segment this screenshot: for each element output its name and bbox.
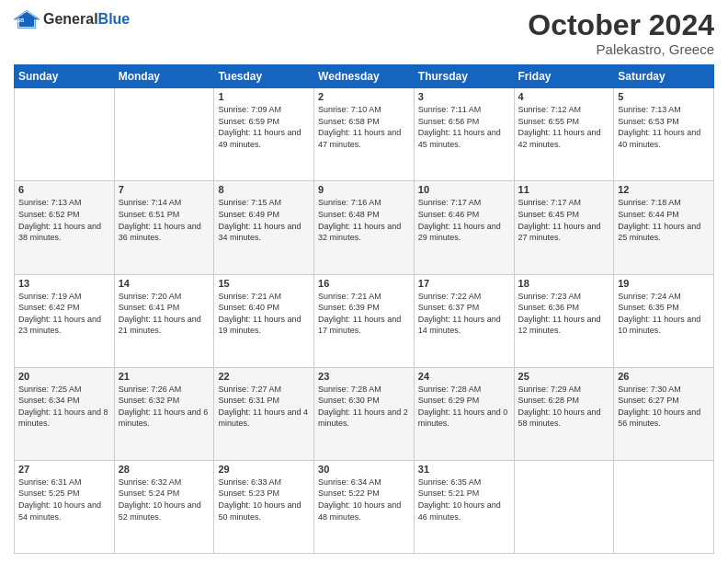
day-content: Sunrise: 7:16 AM Sunset: 6:48 PM Dayligh…: [318, 197, 410, 243]
calendar-cell: 19Sunrise: 7:24 AM Sunset: 6:35 PM Dayli…: [614, 274, 714, 367]
day-number: 30: [318, 464, 410, 475]
day-number: 15: [218, 278, 310, 289]
calendar-cell: [614, 460, 714, 553]
day-number: 23: [318, 371, 410, 382]
day-number: 22: [218, 371, 310, 382]
calendar-cell: 26Sunrise: 7:30 AM Sunset: 6:27 PM Dayli…: [614, 367, 714, 460]
day-content: Sunrise: 7:15 AM Sunset: 6:49 PM Dayligh…: [218, 197, 310, 243]
day-number: 16: [318, 278, 410, 289]
day-number: 31: [418, 464, 510, 475]
calendar-cell: 14Sunrise: 7:20 AM Sunset: 6:41 PM Dayli…: [114, 274, 214, 367]
day-number: 1: [218, 91, 310, 102]
day-number: 9: [318, 184, 410, 195]
month-title: October 2024: [528, 9, 714, 41]
day-content: Sunrise: 7:24 AM Sunset: 6:35 PM Dayligh…: [618, 291, 710, 337]
day-content: Sunrise: 7:20 AM Sunset: 6:41 PM Dayligh…: [119, 291, 210, 337]
day-content: Sunrise: 7:14 AM Sunset: 6:51 PM Dayligh…: [119, 197, 210, 243]
day-content: Sunrise: 6:31 AM Sunset: 5:25 PM Dayligh…: [18, 477, 110, 523]
day-content: Sunrise: 7:28 AM Sunset: 6:29 PM Dayligh…: [418, 384, 510, 430]
logo-text: GeneralBlue: [43, 11, 130, 28]
day-content: Sunrise: 7:21 AM Sunset: 6:39 PM Dayligh…: [318, 291, 410, 337]
calendar-cell: 9Sunrise: 7:16 AM Sunset: 6:48 PM Daylig…: [314, 181, 415, 274]
svg-text:GB: GB: [17, 17, 24, 23]
day-number: 27: [18, 464, 110, 475]
calendar-cell: 23Sunrise: 7:28 AM Sunset: 6:30 PM Dayli…: [314, 367, 415, 460]
logo-general: General: [43, 11, 98, 27]
day-number: 28: [119, 464, 210, 475]
day-number: 14: [119, 278, 210, 289]
day-content: Sunrise: 7:17 AM Sunset: 6:46 PM Dayligh…: [418, 197, 510, 243]
col-thursday: Thursday: [414, 65, 514, 88]
header-row: Sunday Monday Tuesday Wednesday Thursday…: [15, 65, 714, 88]
day-number: 6: [18, 184, 110, 195]
calendar-cell: [514, 460, 614, 553]
calendar-cell: 24Sunrise: 7:28 AM Sunset: 6:29 PM Dayli…: [414, 367, 514, 460]
day-number: 7: [119, 184, 210, 195]
day-number: 2: [318, 91, 410, 102]
day-content: Sunrise: 7:30 AM Sunset: 6:27 PM Dayligh…: [618, 384, 710, 430]
day-number: 5: [618, 91, 710, 102]
calendar-cell: 5Sunrise: 7:13 AM Sunset: 6:53 PM Daylig…: [614, 88, 714, 181]
day-content: Sunrise: 7:11 AM Sunset: 6:56 PM Dayligh…: [418, 104, 510, 150]
day-content: Sunrise: 7:18 AM Sunset: 6:44 PM Dayligh…: [618, 197, 710, 243]
calendar-cell: 4Sunrise: 7:12 AM Sunset: 6:55 PM Daylig…: [514, 88, 614, 181]
calendar-cell: 12Sunrise: 7:18 AM Sunset: 6:44 PM Dayli…: [614, 181, 714, 274]
col-sunday: Sunday: [15, 65, 115, 88]
calendar-cell: 8Sunrise: 7:15 AM Sunset: 6:49 PM Daylig…: [214, 181, 314, 274]
logo-icon: GB: [14, 9, 40, 29]
logo-blue: Blue: [98, 11, 131, 27]
calendar-cell: 11Sunrise: 7:17 AM Sunset: 6:45 PM Dayli…: [514, 181, 614, 274]
day-content: Sunrise: 7:21 AM Sunset: 6:40 PM Dayligh…: [218, 291, 310, 337]
day-number: 11: [518, 184, 610, 195]
day-content: Sunrise: 6:34 AM Sunset: 5:22 PM Dayligh…: [318, 477, 410, 523]
calendar-cell: 1Sunrise: 7:09 AM Sunset: 6:59 PM Daylig…: [214, 88, 314, 181]
day-number: 8: [218, 184, 310, 195]
calendar-cell: 15Sunrise: 7:21 AM Sunset: 6:40 PM Dayli…: [214, 274, 314, 367]
day-number: 26: [618, 371, 710, 382]
calendar-cell: 13Sunrise: 7:19 AM Sunset: 6:42 PM Dayli…: [15, 274, 115, 367]
day-content: Sunrise: 7:13 AM Sunset: 6:52 PM Dayligh…: [18, 197, 110, 243]
day-content: Sunrise: 7:27 AM Sunset: 6:31 PM Dayligh…: [218, 384, 310, 430]
day-number: 12: [618, 184, 710, 195]
calendar-cell: 21Sunrise: 7:26 AM Sunset: 6:32 PM Dayli…: [114, 367, 214, 460]
col-saturday: Saturday: [614, 65, 714, 88]
day-number: 18: [518, 278, 610, 289]
calendar-cell: 2Sunrise: 7:10 AM Sunset: 6:58 PM Daylig…: [314, 88, 415, 181]
day-number: 4: [518, 91, 610, 102]
calendar-header: Sunday Monday Tuesday Wednesday Thursday…: [15, 65, 714, 88]
calendar-cell: 29Sunrise: 6:33 AM Sunset: 5:23 PM Dayli…: [214, 460, 314, 553]
week-row-0: 1Sunrise: 7:09 AM Sunset: 6:59 PM Daylig…: [15, 88, 714, 181]
title-block: October 2024 Palekastro, Greece: [528, 9, 714, 57]
col-wednesday: Wednesday: [314, 65, 415, 88]
calendar-cell: 30Sunrise: 6:34 AM Sunset: 5:22 PM Dayli…: [314, 460, 415, 553]
calendar-cell: 28Sunrise: 6:32 AM Sunset: 5:24 PM Dayli…: [114, 460, 214, 553]
page: GB GeneralBlue October 2024 Palekastro, …: [0, 0, 728, 563]
calendar-cell: 20Sunrise: 7:25 AM Sunset: 6:34 PM Dayli…: [15, 367, 115, 460]
day-content: Sunrise: 7:29 AM Sunset: 6:28 PM Dayligh…: [518, 384, 610, 430]
week-row-2: 13Sunrise: 7:19 AM Sunset: 6:42 PM Dayli…: [15, 274, 714, 367]
week-row-4: 27Sunrise: 6:31 AM Sunset: 5:25 PM Dayli…: [15, 460, 714, 553]
day-content: Sunrise: 7:25 AM Sunset: 6:34 PM Dayligh…: [18, 384, 110, 430]
calendar-cell: 10Sunrise: 7:17 AM Sunset: 6:46 PM Dayli…: [414, 181, 514, 274]
day-content: Sunrise: 6:35 AM Sunset: 5:21 PM Dayligh…: [418, 477, 510, 523]
day-content: Sunrise: 7:22 AM Sunset: 6:37 PM Dayligh…: [418, 291, 510, 337]
col-monday: Monday: [114, 65, 214, 88]
day-number: 29: [218, 464, 310, 475]
logo: GB GeneralBlue: [14, 9, 130, 29]
calendar-cell: 22Sunrise: 7:27 AM Sunset: 6:31 PM Dayli…: [214, 367, 314, 460]
calendar-cell: 16Sunrise: 7:21 AM Sunset: 6:39 PM Dayli…: [314, 274, 415, 367]
calendar-cell: 27Sunrise: 6:31 AM Sunset: 5:25 PM Dayli…: [15, 460, 115, 553]
day-number: 10: [418, 184, 510, 195]
calendar: Sunday Monday Tuesday Wednesday Thursday…: [14, 64, 714, 554]
week-row-1: 6Sunrise: 7:13 AM Sunset: 6:52 PM Daylig…: [15, 181, 714, 274]
day-number: 3: [418, 91, 510, 102]
week-row-3: 20Sunrise: 7:25 AM Sunset: 6:34 PM Dayli…: [15, 367, 714, 460]
day-content: Sunrise: 7:26 AM Sunset: 6:32 PM Dayligh…: [119, 384, 210, 430]
day-content: Sunrise: 7:17 AM Sunset: 6:45 PM Dayligh…: [518, 197, 610, 243]
calendar-cell: 31Sunrise: 6:35 AM Sunset: 5:21 PM Dayli…: [414, 460, 514, 553]
calendar-cell: 6Sunrise: 7:13 AM Sunset: 6:52 PM Daylig…: [15, 181, 115, 274]
day-number: 13: [18, 278, 110, 289]
calendar-body: 1Sunrise: 7:09 AM Sunset: 6:59 PM Daylig…: [15, 88, 714, 554]
calendar-cell: 7Sunrise: 7:14 AM Sunset: 6:51 PM Daylig…: [114, 181, 214, 274]
calendar-cell: [114, 88, 214, 181]
